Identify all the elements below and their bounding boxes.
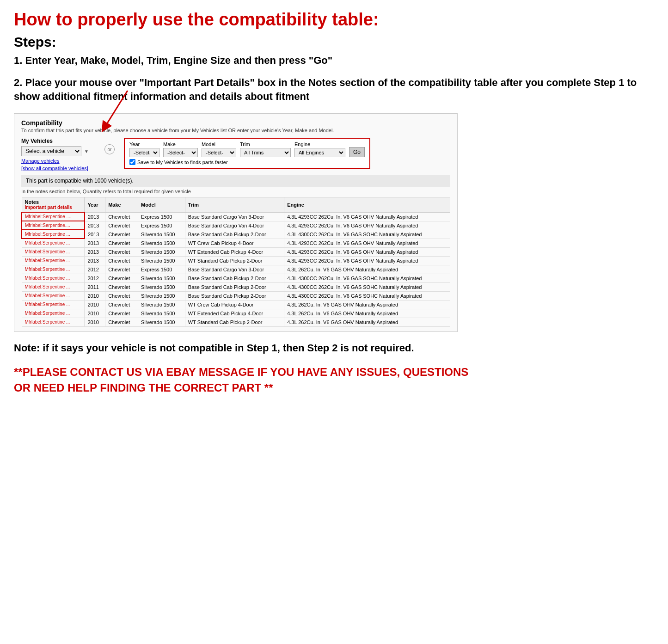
notes-cell: Mfrlabel:Serpentine.... — [22, 221, 85, 230]
compat-count-bar: This part is compatible with 1000 vehicl… — [21, 175, 450, 187]
year-cell: 2010 — [85, 318, 105, 326]
year-cell: 2013 — [85, 247, 105, 256]
model-cell: Silverado 1500 — [138, 300, 185, 309]
table-row: Mfrlabel:Serpentine ...2010ChevroletSilv… — [22, 318, 450, 326]
show-all-link[interactable]: [show all compatible vehicles] — [21, 166, 95, 171]
main-title: How to properly use the compatibility ta… — [14, 9, 654, 31]
engine-cell: 4.3L 4300CC 262Cu. In. V6 GAS SOHC Natur… — [284, 282, 450, 291]
table-row: Mfrlabel:Serpentine ...2010ChevroletSilv… — [22, 309, 450, 318]
year-label: Year — [129, 141, 159, 147]
engine-cell: 4.3L 262Cu. In. V6 GAS OHV Naturally Asp… — [284, 265, 450, 274]
make-cell: Chevrolet — [105, 300, 138, 309]
make-cell: Chevrolet — [105, 274, 138, 282]
trim-cell: Base Standard Cab Pickup 2-Door — [185, 274, 284, 282]
ymm-section: Year -Select- Make -Select- Model -Selec… — [124, 138, 370, 169]
table-row: Mfrlabel:Serpentine....2013ChevroletExpr… — [22, 221, 450, 230]
manage-vehicles-link[interactable]: Manage vehicles — [21, 158, 95, 164]
make-select[interactable]: -Select- — [163, 148, 198, 157]
my-vehicles-section: My Vehicles Select a vehicle ▼ Manage ve… — [21, 138, 95, 171]
trim-cell: Base Standard Cargo Van 3-Door — [185, 212, 284, 221]
notes-cell: Mfrlabel:Serpentine ... — [22, 265, 85, 274]
make-cell: Chevrolet — [105, 239, 138, 247]
year-cell: 2012 — [85, 274, 105, 282]
trim-cell: Base Standard Cab Pickup 2-Door — [185, 291, 284, 300]
model-label: Model — [202, 141, 236, 147]
make-field-group: Make -Select- — [163, 141, 198, 157]
col-header-notes: Notes Important part details — [22, 197, 85, 213]
table-row: Mfrlabel:Serpentine ...2010ChevroletSilv… — [22, 291, 450, 300]
engine-cell: 4.3L 4293CC 262Cu. In. V6 GAS OHV Natura… — [284, 239, 450, 247]
engine-select[interactable]: All Engines — [294, 148, 345, 157]
engine-cell: 4.3L 4293CC 262Cu. In. V6 GAS OHV Natura… — [284, 212, 450, 221]
model-cell: Silverado 1500 — [138, 247, 185, 256]
year-cell: 2010 — [85, 300, 105, 309]
notes-cell: Mfrlabel:Serpentine ... — [22, 318, 85, 326]
step2-text: 2. Place your mouse over "Important Part… — [14, 76, 654, 104]
trim-select[interactable]: All Trims — [240, 148, 291, 157]
table-row: Mfrlabel:Serpentine ...2012ChevroletSilv… — [22, 274, 450, 282]
engine-cell: 4.3L 262Cu. In. V6 GAS OHV Naturally Asp… — [284, 318, 450, 326]
engine-field-group: Engine All Engines — [294, 141, 345, 157]
table-row: Mfrlabel:Serpentine ...2013ChevroletSilv… — [22, 230, 450, 239]
col-header-year: Year — [85, 197, 105, 213]
trim-cell: WT Standard Cab Pickup 2-Door — [185, 256, 284, 265]
model-cell: Silverado 1500 — [138, 274, 185, 282]
model-cell: Express 1500 — [138, 221, 185, 230]
compat-subtitle: To confirm that this part fits your vehi… — [21, 128, 450, 133]
col-header-make: Make — [105, 197, 138, 213]
step1-text: 1. Enter Year, Make, Model, Trim, Engine… — [14, 55, 654, 67]
table-row: Mfrlabel:Serpentine ...2013ChevroletSilv… — [22, 256, 450, 265]
important-part-details-label: Important part details — [25, 205, 82, 210]
model-cell: Silverado 1500 — [138, 282, 185, 291]
engine-cell: 4.3L 4300CC 262Cu. In. V6 GAS SOHC Natur… — [284, 230, 450, 239]
trim-cell: Base Standard Cab Pickup 2-Door — [185, 282, 284, 291]
notes-cell: Mfrlabel:Serpentine ... — [22, 230, 85, 239]
save-checkbox-label: Save to My Vehicles to finds parts faste… — [137, 159, 228, 165]
year-select[interactable]: -Select- — [129, 148, 159, 157]
trim-cell: Base Standard Cargo Van 4-Door — [185, 221, 284, 230]
year-cell: 2013 — [85, 256, 105, 265]
table-row: Mfrlabel:Serpentine ...2012ChevroletExpr… — [22, 265, 450, 274]
vehicle-select[interactable]: Select a vehicle — [21, 146, 81, 156]
engine-cell: 4.3L 262Cu. In. V6 GAS OHV Naturally Asp… — [284, 300, 450, 309]
year-cell: 2011 — [85, 282, 105, 291]
trim-label: Trim — [240, 141, 291, 147]
compatibility-diagram: Compatibility To confirm that this part … — [14, 113, 458, 332]
make-cell: Chevrolet — [105, 221, 138, 230]
engine-cell: 4.3L 4293CC 262Cu. In. V6 GAS OHV Natura… — [284, 247, 450, 256]
contact-section: **PLEASE CONTACT US VIA EBAY MESSAGE IF … — [14, 364, 476, 395]
make-cell: Chevrolet — [105, 212, 138, 221]
year-cell: 2013 — [85, 230, 105, 239]
model-cell: Silverado 1500 — [138, 291, 185, 300]
notes-cell: Mfrlabel:Serpentine ... — [22, 256, 85, 265]
model-field-group: Model -Select- — [202, 141, 236, 157]
year-cell: 2013 — [85, 212, 105, 221]
engine-cell: 4.3L 4300CC 262Cu. In. V6 GAS SOHC Natur… — [284, 291, 450, 300]
year-cell: 2010 — [85, 309, 105, 318]
make-cell: Chevrolet — [105, 256, 138, 265]
model-cell: Silverado 1500 — [138, 256, 185, 265]
engine-cell: 4.3L 4293CC 262Cu. In. V6 GAS OHV Natura… — [284, 221, 450, 230]
model-cell: Silverado 1500 — [138, 309, 185, 318]
notes-cell: Mfrlabel:Serpentine ... — [22, 282, 85, 291]
notes-cell: Mfrlabel:Serpentine ... — [22, 247, 85, 256]
model-cell: Express 1500 — [138, 212, 185, 221]
trim-cell: WT Extended Cab Pickup 4-Door — [185, 309, 284, 318]
notes-cell: Mfrlabel:Serpentine ... — [22, 291, 85, 300]
save-vehicles-checkbox[interactable] — [129, 159, 135, 165]
trim-cell: WT Standard Cab Pickup 2-Door — [185, 318, 284, 326]
col-header-engine: Engine — [284, 197, 450, 213]
vehicle-dropdown-arrow: ▼ — [84, 149, 89, 154]
trim-cell: WT Crew Cab Pickup 4-Door — [185, 239, 284, 247]
make-label: Make — [163, 141, 198, 147]
model-select[interactable]: -Select- — [202, 148, 236, 157]
make-cell: Chevrolet — [105, 291, 138, 300]
make-cell: Chevrolet — [105, 265, 138, 274]
trim-cell: Base Standard Cargo Van 3-Door — [185, 265, 284, 274]
quantity-note: In the notes section below, Quantity ref… — [21, 189, 450, 194]
notes-cell: Mfrlabel:Serpentine ... — [22, 309, 85, 318]
year-cell: 2013 — [85, 221, 105, 230]
note-section: Note: if it says your vehicle is not com… — [14, 341, 476, 356]
go-button[interactable]: Go — [349, 147, 365, 157]
col-header-model: Model — [138, 197, 185, 213]
